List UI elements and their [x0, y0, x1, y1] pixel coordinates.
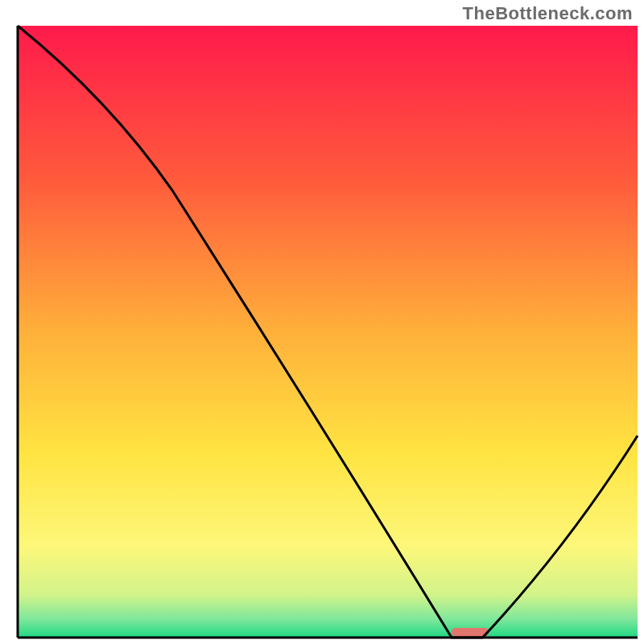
plot-background	[18, 26, 638, 638]
chart-container: TheBottleneck.com	[0, 0, 644, 644]
bottleneck-chart	[0, 0, 644, 644]
